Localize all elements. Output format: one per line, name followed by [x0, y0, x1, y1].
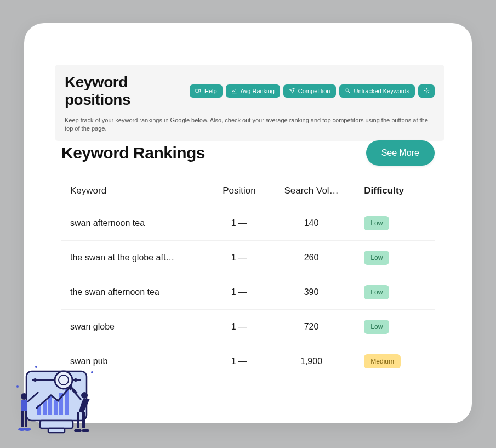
video-icon [195, 88, 201, 95]
cell-volume: 1,900 [275, 356, 348, 366]
col-header-position: Position [209, 185, 270, 196]
cell-difficulty: Low [353, 285, 426, 299]
cell-difficulty: Low [353, 251, 426, 265]
section-title: Keyword Rankings [61, 144, 205, 162]
page-subtitle: Keep track of your keyword rankings in G… [65, 116, 435, 133]
col-header-keyword: Keyword [70, 185, 203, 196]
section-header: Keyword Rankings See More [61, 140, 435, 166]
cell-volume: 140 [275, 218, 348, 228]
svg-rect-19 [21, 411, 24, 427]
cell-keyword: swan globe [70, 322, 203, 332]
avg-ranking-button[interactable]: Avg Ranking [226, 84, 280, 98]
svg-point-30 [16, 385, 19, 388]
svg-point-8 [74, 378, 77, 382]
analytics-illustration [10, 361, 103, 444]
header-top-row: Keyword positions Help Avg Ranking [65, 73, 435, 109]
svg-point-7 [33, 378, 37, 382]
svg-rect-0 [196, 89, 199, 92]
table-header-row: Keyword Position Search Vol… Difficulty [61, 175, 435, 206]
table-row[interactable]: swan afternoon tea1 —140Low [61, 206, 435, 241]
svg-rect-11 [48, 396, 52, 415]
cell-keyword: the swan at the globe aft… [70, 253, 203, 263]
cell-keyword: the swan afternoon tea [70, 287, 203, 297]
cell-position: 1 — [209, 253, 270, 263]
cell-difficulty: Low [353, 216, 426, 230]
table-body[interactable]: swan afternoon tea1 —140Lowthe swan at t… [61, 206, 435, 376]
cell-position: 1 — [209, 287, 270, 297]
cell-difficulty: Low [353, 320, 426, 334]
svg-point-23 [81, 392, 88, 399]
help-button[interactable]: Help [190, 84, 223, 98]
search-icon [345, 88, 351, 95]
cell-difficulty: Medium [353, 354, 426, 368]
svg-point-29 [91, 371, 93, 373]
table-row[interactable]: swan pub1 —1,900Medium [61, 344, 435, 376]
settings-button[interactable] [418, 84, 435, 98]
difficulty-badge: Low [364, 285, 389, 299]
svg-rect-25 [82, 412, 85, 428]
untracked-keywords-button-label: Untracked Keywords [354, 88, 410, 94]
table-row[interactable]: the swan at the globe aft…1 —260Low [61, 241, 435, 275]
page-header: Keyword positions Help Avg Ranking [55, 65, 444, 141]
help-button-label: Help [204, 88, 217, 94]
cell-position: 1 — [209, 218, 270, 228]
cell-volume: 720 [275, 322, 348, 332]
cell-keyword: swan afternoon tea [70, 218, 203, 228]
svg-point-28 [35, 366, 37, 368]
difficulty-badge: Low [364, 251, 389, 265]
svg-rect-24 [77, 412, 79, 428]
svg-point-15 [55, 371, 72, 389]
send-icon [289, 88, 295, 95]
rankings-section: Keyword Rankings See More Keyword Positi… [61, 140, 435, 376]
rankings-table: Keyword Position Search Vol… Difficulty … [61, 175, 435, 376]
svg-rect-4 [40, 421, 73, 428]
difficulty-badge: Medium [364, 354, 401, 368]
svg-point-22 [24, 428, 31, 431]
cell-position: 1 — [209, 322, 270, 332]
chart-icon [231, 88, 237, 95]
gear-icon [424, 88, 430, 95]
difficulty-badge: Low [364, 216, 389, 230]
toolbar: Help Avg Ranking Competition [190, 84, 435, 98]
see-more-button[interactable]: See More [366, 140, 435, 166]
difficulty-badge: Low [364, 320, 389, 334]
svg-point-2 [426, 90, 427, 92]
page-title: Keyword positions [65, 73, 184, 109]
untracked-keywords-button[interactable]: Untracked Keywords [339, 84, 415, 98]
col-header-difficulty: Difficulty [353, 185, 426, 196]
svg-rect-20 [25, 411, 27, 427]
cell-volume: 260 [275, 253, 348, 263]
svg-point-18 [21, 393, 27, 400]
svg-point-1 [345, 88, 349, 92]
svg-point-26 [74, 429, 82, 432]
cell-position: 1 — [209, 356, 270, 366]
col-header-volume: Search Vol… [275, 185, 348, 196]
table-row[interactable]: swan globe1 —720Low [61, 310, 435, 344]
svg-point-27 [82, 429, 89, 432]
svg-rect-5 [48, 428, 65, 433]
competition-button-label: Competition [298, 88, 330, 94]
competition-button[interactable]: Competition [283, 84, 336, 98]
table-row[interactable]: the swan afternoon tea1 —390Low [61, 275, 435, 310]
svg-rect-12 [54, 400, 58, 415]
avg-ranking-button-label: Avg Ranking [241, 88, 275, 94]
cell-volume: 390 [275, 287, 348, 297]
